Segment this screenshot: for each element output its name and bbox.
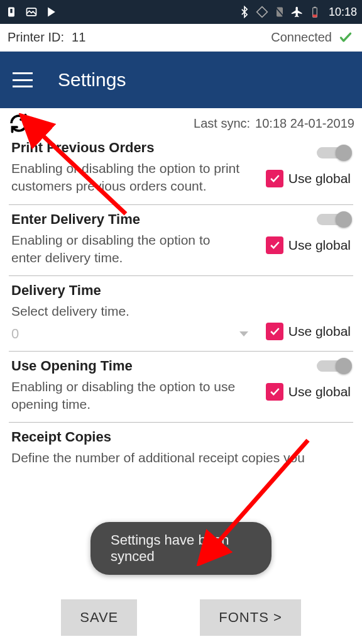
checkbox-checked-icon [266, 323, 283, 340]
notification-icon [5, 6, 18, 18]
clock: 10:18 [329, 6, 357, 19]
setting-title: Delivery Time [11, 282, 351, 299]
airplane-icon [291, 6, 304, 18]
toast-message: Settings have been synced [90, 522, 272, 575]
last-sync-label: Last sync: [194, 116, 250, 131]
page-title: Settings [58, 69, 126, 91]
sync-row: Last sync: 10:18 24-01-2019 [0, 108, 362, 138]
android-status-bar: 10:18 [0, 0, 362, 24]
battery-icon [309, 6, 321, 18]
setting-desc: Select delivery time. [11, 303, 351, 320]
toggle-switch[interactable] [317, 360, 351, 372]
use-global-label: Use global [288, 238, 351, 253]
bottom-button-bar: SAVE FONTS > [0, 591, 362, 644]
setting-desc: Enabling or disabling the option to ente… [11, 231, 244, 267]
last-sync-value: 10:18 24-01-2019 [255, 116, 354, 131]
toggle-switch[interactable] [317, 214, 351, 225]
setting-title: Enter Delivery Time [11, 211, 244, 228]
fonts-button[interactable]: FONTS > [200, 599, 301, 636]
use-global-checkbox[interactable]: Use global [266, 323, 351, 340]
image-icon [25, 6, 38, 18]
use-global-checkbox[interactable]: Use global [266, 383, 351, 401]
app-bar: Settings [0, 52, 362, 108]
play-store-icon [45, 6, 58, 18]
use-global-label: Use global [288, 384, 351, 399]
use-global-label: Use global [288, 324, 351, 339]
diamond-icon [256, 6, 268, 18]
connection-status: Connected [271, 30, 332, 45]
checkbox-checked-icon [266, 236, 283, 254]
dropdown-value: 0 [11, 326, 239, 342]
no-sim-icon [273, 6, 286, 18]
use-global-checkbox[interactable]: Use global [266, 170, 351, 187]
setting-desc: Define the number of additional receipt … [11, 449, 351, 467]
bluetooth-icon [238, 6, 251, 18]
checkbox-checked-icon [266, 383, 283, 401]
setting-print-previous-orders: Print Previous Orders Enabling or disabl… [9, 138, 353, 205]
setting-use-opening-time: Use Opening Time Enabling or disabling t… [9, 352, 353, 423]
setting-title: Receipt Copies [11, 429, 351, 445]
printer-id-label: Printer ID: [8, 30, 64, 45]
svg-rect-7 [314, 7, 315, 8]
connected-check-icon [337, 31, 354, 44]
delivery-time-dropdown[interactable]: 0 [11, 326, 253, 342]
use-global-label: Use global [288, 171, 351, 186]
setting-delivery-time: Delivery Time Select delivery time. 0 Us… [9, 276, 353, 351]
settings-list: Print Previous Orders Enabling or disabl… [0, 138, 362, 476]
setting-desc: Enabling or disabling the option to prin… [11, 160, 244, 196]
setting-title: Use Opening Time [11, 358, 244, 374]
svg-rect-6 [313, 14, 317, 17]
checkbox-checked-icon [266, 170, 283, 187]
setting-enter-delivery-time: Enter Delivery Time Enabling or disablin… [9, 205, 353, 277]
sync-icon[interactable] [8, 112, 30, 135]
setting-desc: Enabling or disabling the option to use … [11, 378, 244, 414]
save-button[interactable]: SAVE [61, 599, 137, 636]
printer-id-value: 11 [72, 30, 85, 45]
menu-icon[interactable] [13, 72, 33, 87]
setting-title: Print Previous Orders [11, 140, 244, 156]
toggle-switch[interactable] [317, 147, 351, 158]
printer-status-bar: Printer ID: 11 Connected [0, 24, 362, 52]
use-global-checkbox[interactable]: Use global [266, 236, 351, 254]
chevron-down-icon [239, 331, 248, 336]
svg-rect-1 [10, 9, 12, 13]
setting-receipt-copies: Receipt Copies Define the number of addi… [9, 423, 353, 475]
